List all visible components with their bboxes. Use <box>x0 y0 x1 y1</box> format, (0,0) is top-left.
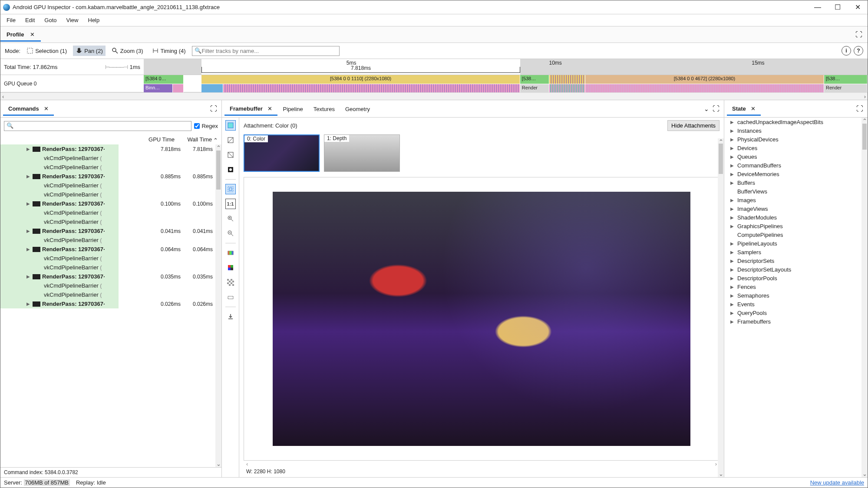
crop-icon[interactable] <box>225 292 236 302</box>
command-row-barrier[interactable]: vkCmdPipelineBarrier ( <box>0 236 215 245</box>
state-item[interactable]: ComputePipelines <box>724 230 861 239</box>
zoom-out-icon[interactable] <box>225 228 236 239</box>
one-to-one-icon[interactable]: 1:1 <box>225 199 236 209</box>
tab-profile[interactable]: Profile ✕ <box>0 28 41 42</box>
tab-textures[interactable]: Textures <box>308 102 340 115</box>
filter-tracks-input[interactable] <box>192 46 340 56</box>
menu-file[interactable]: File <box>5 16 17 24</box>
menu-help[interactable]: Help <box>86 16 102 24</box>
gpu-block[interactable] <box>223 84 520 92</box>
gpu-block[interactable]: Render <box>824 84 868 92</box>
vertical-scrollbar[interactable]: ⌃⌄ <box>718 138 724 477</box>
state-item[interactable]: ▶CommandBuffers <box>724 161 861 170</box>
command-row-renderpass[interactable]: ▶RenderPass: 12970367·7.818ms7.818ms <box>0 144 215 154</box>
maximize-button[interactable]: ☐ <box>828 0 848 14</box>
state-item[interactable]: ▶QueryPools <box>724 308 861 317</box>
close-button[interactable]: ✕ <box>848 0 868 14</box>
fullscreen-icon[interactable]: ⛶ <box>208 103 219 115</box>
timeline-ruler[interactable]: 7.818ms 5ms 10ms 15ms <box>144 59 868 75</box>
state-item[interactable]: ▶cachedUnpackedImageAspectBits <box>724 118 861 126</box>
close-icon[interactable]: ✕ <box>44 105 49 112</box>
command-row-barrier[interactable]: vkCmdPipelineBarrier ( <box>0 254 215 263</box>
info-icon[interactable]: i <box>842 46 851 56</box>
state-item[interactable]: ▶PipelineLayouts <box>724 239 861 248</box>
checker-icon[interactable] <box>225 277 236 288</box>
command-row-renderpass[interactable]: ▶RenderPass: 12970367·0.035ms0.035ms <box>0 272 215 281</box>
gpu-block[interactable]: [5384 0… <box>144 75 184 84</box>
vertical-scrollbar[interactable]: ⌃⌄ <box>215 144 221 467</box>
timeline-scrollbar[interactable]: ‹› <box>0 92 868 100</box>
vertical-scrollbar[interactable]: ⌃⌄ <box>861 118 868 477</box>
command-row-renderpass[interactable]: ▶RenderPass: 12970367·0.026ms0.026ms <box>0 299 215 308</box>
close-icon[interactable]: ✕ <box>751 105 756 112</box>
state-item[interactable]: ▶GraphicsPipelines <box>724 222 861 230</box>
state-item[interactable]: ▶Events <box>724 300 861 308</box>
tab-framebuffer[interactable]: Framebuffer ✕ <box>224 102 277 116</box>
gpu-track[interactable]: [5384 0… Binn… [5384 0 0 1110] (2280x108… <box>144 75 868 92</box>
gpu-block[interactable] <box>549 84 585 92</box>
state-item[interactable]: ▶Devices <box>724 144 861 152</box>
channel-diag2-icon[interactable] <box>225 150 236 160</box>
close-icon[interactable]: ✕ <box>30 31 35 38</box>
tab-pipeline[interactable]: Pipeline <box>277 102 308 115</box>
gpu-block[interactable] <box>585 84 824 92</box>
minimize-button[interactable]: — <box>808 0 828 14</box>
state-item[interactable]: ▶Images <box>724 196 861 204</box>
gpu-block[interactable]: [5384 0 0 4672] (2280x1080) <box>585 75 824 84</box>
command-row-renderpass[interactable]: ▶RenderPass: 12970367·0.064ms0.064ms <box>0 245 215 254</box>
attachment-color-thumb[interactable]: 0: Color <box>244 134 320 172</box>
command-row-barrier[interactable]: vkCmdPipelineBarrier ( <box>0 208 215 217</box>
rgb-icon[interactable] <box>225 262 236 273</box>
fullscreen-icon[interactable]: ⛶ <box>850 28 868 41</box>
help-icon[interactable]: ? <box>854 46 863 56</box>
timing-mode-button[interactable]: Timing (4) <box>149 46 188 56</box>
channel-black-icon[interactable] <box>225 164 236 175</box>
command-row-barrier[interactable]: vkCmdPipelineBarrier ( <box>0 154 215 163</box>
command-row-renderpass[interactable]: ▶RenderPass: 12970367·0.100ms0.100ms <box>0 199 215 208</box>
tab-state[interactable]: State ✕ <box>727 102 761 116</box>
selection-mode-button[interactable]: Selection (1) <box>24 46 69 56</box>
palette-icon[interactable] <box>225 248 236 258</box>
command-row-barrier[interactable]: vkCmdPipelineBarrier ( <box>0 290 215 299</box>
state-item[interactable]: ▶DeviceMemories <box>724 170 861 178</box>
tab-commands[interactable]: Commands ✕ <box>3 102 54 116</box>
channel-diag1-icon[interactable] <box>225 135 236 145</box>
state-item[interactable]: ▶ImageViews <box>724 204 861 213</box>
gpu-block[interactable]: Binn… <box>144 84 173 92</box>
fullscreen-icon[interactable]: ⛶ <box>855 103 865 115</box>
state-item[interactable]: ▶Buffers <box>724 178 861 187</box>
commands-search-input[interactable] <box>4 121 191 131</box>
zoom-mode-button[interactable]: Zoom (3) <box>109 46 146 56</box>
menu-view[interactable]: View <box>65 16 80 24</box>
zoom-in-icon[interactable] <box>225 213 236 224</box>
horizontal-scrollbar[interactable]: ‹› <box>244 461 719 467</box>
menu-edit[interactable]: Edit <box>23 16 36 24</box>
menu-goto[interactable]: Goto <box>43 16 58 24</box>
state-item[interactable]: ▶DescriptorPools <box>724 274 861 282</box>
attachment-depth-thumb[interactable]: 1: Depth <box>324 134 400 172</box>
state-item[interactable]: ▶Framebuffers <box>724 317 861 326</box>
chevron-down-icon[interactable]: ⌄ <box>702 104 711 114</box>
download-icon[interactable] <box>225 311 236 322</box>
state-item[interactable]: ▶Semaphores <box>724 291 861 300</box>
state-item[interactable]: ▶Queues <box>724 152 861 161</box>
command-row-barrier[interactable]: vkCmdPipelineBarrier ( <box>0 190 215 199</box>
state-item[interactable]: ▶Samplers <box>724 248 861 256</box>
command-row-barrier[interactable]: vkCmdPipelineBarrier ( <box>0 217 215 226</box>
tab-geometry[interactable]: Geometry <box>340 102 375 115</box>
framebuffer-viewer[interactable] <box>244 177 719 461</box>
gpu-block[interactable] <box>184 75 202 84</box>
state-item[interactable]: ▶ShaderModules <box>724 213 861 222</box>
state-list[interactable]: ▶cachedUnpackedImageAspectBits▶Instances… <box>724 118 861 477</box>
fit-icon[interactable] <box>225 184 236 194</box>
command-row-barrier[interactable]: vkCmdPipelineBarrier ( <box>0 281 215 290</box>
pan-mode-button[interactable]: Pan (2) <box>73 46 106 56</box>
command-row-renderpass[interactable]: ▶RenderPass: 12970367·0.885ms0.885ms <box>0 172 215 181</box>
gpu-block[interactable] <box>173 84 184 92</box>
state-item[interactable]: ▶Instances <box>724 126 861 135</box>
command-row-barrier[interactable]: vkCmdPipelineBarrier ( <box>0 181 215 190</box>
gpu-block[interactable] <box>201 84 223 92</box>
gpu-block[interactable]: Render <box>520 84 549 92</box>
channel-cyan-icon[interactable] <box>225 120 236 131</box>
gpu-block[interactable]: [538… <box>520 75 549 84</box>
